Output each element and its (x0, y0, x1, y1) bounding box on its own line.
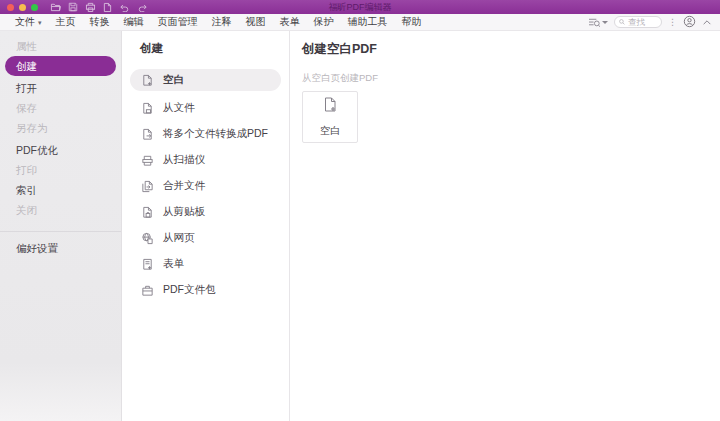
backstage-view: 属性 创建 打开 保存 另存为 PDF优化 打印 索引 关闭 偏好设置 创建 (0, 31, 720, 421)
sidebar-item-print: 打印 (0, 160, 121, 180)
create-item-label: 合并文件 (163, 179, 205, 193)
menu-accessibility-tools[interactable]: 辅助工具 (341, 15, 395, 29)
create-item-combine-to-pdf[interactable]: 将多个文件转换成PDF (122, 121, 289, 147)
menu-home[interactable]: 主页 (49, 15, 83, 29)
blank-pdf-card-label: 空白 (320, 124, 340, 138)
open-file-icon[interactable] (50, 2, 61, 12)
caret-down-icon (602, 21, 608, 24)
create-item-label: 将多个文件转换成PDF (163, 127, 268, 141)
create-item-label: 表单 (163, 257, 184, 271)
collapse-ribbon-icon[interactable] (702, 17, 712, 28)
menu-view[interactable]: 视图 (239, 15, 273, 29)
sidebar-item-pdf-optimize[interactable]: PDF优化 (0, 140, 121, 160)
menu-form[interactable]: 表单 (273, 15, 307, 29)
detail-panel-title: 创建空白PDF (302, 41, 720, 58)
clipboard-icon (140, 205, 154, 219)
minimize-window-button[interactable] (19, 4, 26, 11)
menu-convert[interactable]: 转换 (83, 15, 117, 29)
menu-items: 文件▾ 主页 转换 编辑 页面管理 注释 视图 表单 保护 辅助工具 帮助 (0, 15, 429, 29)
find-lines-icon (588, 17, 601, 28)
documents-convert-icon (140, 127, 154, 141)
create-item-label: 从扫描仪 (163, 153, 205, 167)
sidebar-item-save: 保存 (0, 98, 121, 118)
create-item-from-clipboard[interactable]: 从剪贴板 (122, 199, 289, 225)
create-item-pdf-portfolio[interactable]: PDF文件包 (122, 277, 289, 303)
create-item-from-file[interactable]: 从文件 (122, 95, 289, 121)
scanner-icon (140, 153, 154, 167)
menu-right-tools: ⋮ (588, 15, 720, 30)
redo-icon[interactable] (137, 3, 148, 12)
new-document-icon[interactable] (103, 2, 112, 13)
search-icon (619, 18, 625, 26)
sidebar-item-create[interactable]: 创建 (5, 56, 116, 76)
undo-icon[interactable] (119, 3, 130, 12)
close-window-button[interactable] (7, 4, 14, 11)
sidebar-item-index[interactable]: 索引 (0, 180, 121, 200)
menu-edit[interactable]: 编辑 (117, 15, 151, 29)
account-icon[interactable] (683, 15, 696, 30)
sidebar-item-properties: 属性 (0, 36, 121, 56)
quick-access-toolbar (50, 2, 148, 13)
more-options-icon[interactable]: ⋮ (668, 18, 677, 27)
print-icon[interactable] (85, 2, 96, 12)
menu-help[interactable]: 帮助 (395, 15, 429, 29)
zoom-window-button[interactable] (31, 4, 38, 11)
title-bar: 福昕PDF编辑器 (0, 0, 720, 14)
create-blank-pdf-panel: 创建空白PDF 从空白页创建PDF 空白 (290, 31, 720, 421)
menu-page-management[interactable]: 页面管理 (151, 15, 205, 29)
menu-file[interactable]: 文件▾ (8, 15, 49, 29)
sidebar-divider (0, 231, 121, 232)
sidebar-item-close: 关闭 (0, 200, 121, 220)
create-item-form[interactable]: 表单 (122, 251, 289, 277)
create-panel-title: 创建 (122, 41, 289, 56)
quick-find-tool[interactable] (588, 17, 608, 28)
blank-pdf-card[interactable]: 空白 (302, 91, 358, 143)
create-item-label: 从文件 (163, 101, 195, 115)
chevron-down-icon: ▾ (38, 19, 42, 26)
form-icon (140, 257, 154, 271)
search-input[interactable] (628, 17, 657, 27)
menu-protect[interactable]: 保护 (307, 15, 341, 29)
sidebar-item-preferences[interactable]: 偏好设置 (0, 238, 121, 258)
create-item-from-webpage[interactable]: 从网页 (122, 225, 289, 251)
create-panel: 创建 空白 从文件 (122, 31, 290, 421)
document-plus-icon (140, 73, 154, 87)
pdf-portfolio-icon (140, 283, 154, 297)
document-plus-icon (321, 96, 339, 118)
create-item-label: 空白 (163, 73, 184, 87)
traffic-lights (7, 4, 38, 11)
create-item-label: 从剪贴板 (163, 205, 205, 219)
web-page-icon (140, 231, 154, 245)
create-item-label: 从网页 (163, 231, 195, 245)
merge-files-icon (140, 179, 154, 193)
document-from-file-icon (140, 101, 154, 115)
app-window: 福昕PDF编辑器 文件▾ 主页 转换 编辑 页面管理 注释 视图 表单 保护 辅… (0, 0, 720, 421)
create-item-merge-files[interactable]: 合并文件 (122, 173, 289, 199)
create-item-label: PDF文件包 (163, 283, 216, 297)
sidebar-item-open[interactable]: 打开 (0, 78, 121, 98)
menu-bar: 文件▾ 主页 转换 编辑 页面管理 注释 视图 表单 保护 辅助工具 帮助 (0, 14, 720, 31)
save-icon[interactable] (68, 2, 78, 12)
detail-panel-subtitle: 从空白页创建PDF (302, 72, 720, 85)
create-item-from-scanner[interactable]: 从扫描仪 (122, 147, 289, 173)
create-item-blank[interactable]: 空白 (130, 69, 281, 91)
menu-comment[interactable]: 注释 (205, 15, 239, 29)
create-options-list: 空白 从文件 将多个文件转换成P (122, 69, 289, 303)
search-box[interactable] (614, 16, 662, 28)
sidebar-item-save-as: 另存为 (0, 118, 121, 138)
file-sidebar: 属性 创建 打开 保存 另存为 PDF优化 打印 索引 关闭 偏好设置 (0, 31, 122, 421)
